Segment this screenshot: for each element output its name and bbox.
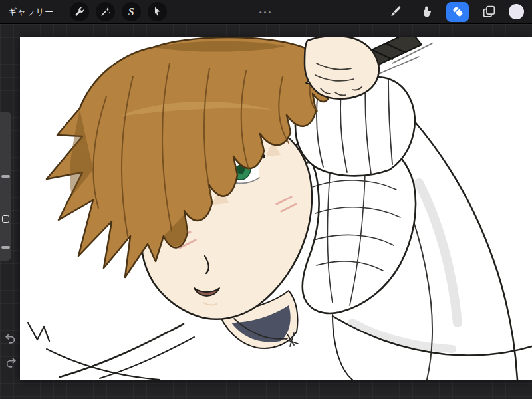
topbar-left-group: ギャラリー S bbox=[8, 2, 167, 21]
actions-button[interactable] bbox=[70, 2, 89, 21]
brush-icon bbox=[388, 5, 402, 19]
redo-button[interactable] bbox=[3, 355, 19, 371]
artwork-hand bbox=[305, 37, 379, 99]
brush-size-handle[interactable] bbox=[1, 175, 10, 178]
modify-button[interactable] bbox=[2, 215, 9, 223]
arrow-cursor-icon bbox=[152, 6, 163, 17]
color-swatch[interactable] bbox=[509, 4, 524, 19]
magic-wand-icon bbox=[100, 6, 111, 17]
workspace bbox=[0, 24, 532, 399]
redo-icon bbox=[4, 356, 17, 370]
smudge-finger-icon bbox=[420, 5, 434, 19]
opacity-handle[interactable] bbox=[1, 246, 10, 249]
gallery-button[interactable]: ギャラリー bbox=[8, 6, 54, 18]
canvas-options-button[interactable]: ••• bbox=[254, 5, 279, 19]
opacity-slider[interactable] bbox=[0, 233, 11, 261]
selection-s-icon: S bbox=[128, 7, 134, 17]
transform-button[interactable] bbox=[148, 2, 167, 21]
selection-button[interactable]: S bbox=[122, 2, 141, 21]
erase-tool-button[interactable] bbox=[446, 2, 469, 22]
brush-size-slider[interactable] bbox=[0, 112, 11, 205]
sidebar bbox=[0, 112, 11, 261]
artwork-shoulder-left bbox=[28, 323, 194, 380]
paint-tool-button[interactable] bbox=[384, 2, 406, 22]
smudge-tool-button[interactable] bbox=[415, 2, 438, 22]
procreate-app: ギャラリー S ••• bbox=[0, 0, 532, 399]
canvas-artwork bbox=[20, 37, 532, 380]
topbar-center: ••• bbox=[254, 0, 279, 24]
eraser-icon bbox=[451, 5, 465, 19]
adjustments-button[interactable] bbox=[96, 2, 115, 21]
undo-icon bbox=[4, 332, 17, 346]
topbar-right-group bbox=[384, 2, 524, 22]
layers-button[interactable] bbox=[477, 2, 500, 22]
layers-icon bbox=[482, 5, 496, 19]
drawing-canvas[interactable] bbox=[20, 37, 532, 380]
topbar: ギャラリー S ••• bbox=[0, 0, 532, 24]
undo-button[interactable] bbox=[3, 331, 19, 347]
wrench-icon bbox=[74, 6, 85, 17]
